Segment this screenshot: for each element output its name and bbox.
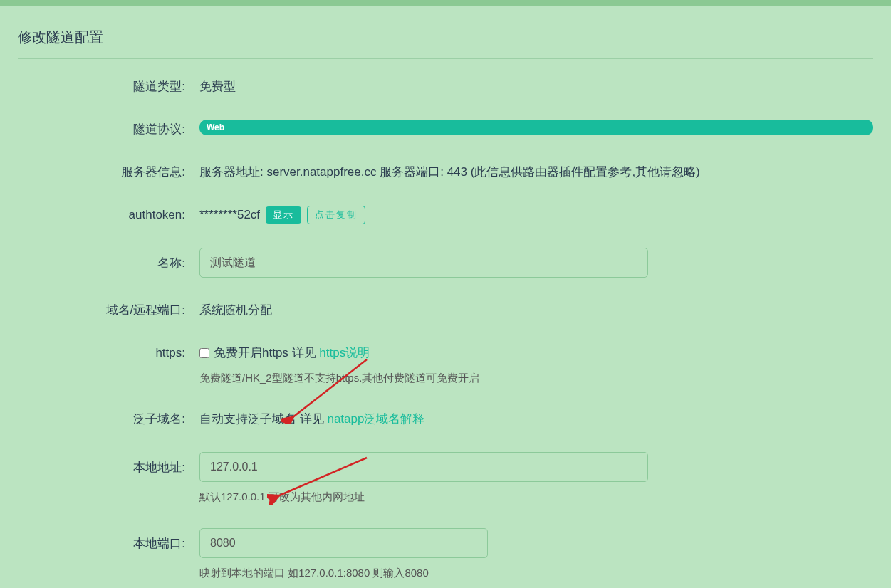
subdomain-text-row: 自动支持泛子域名 详见 natapp泛域名解释 xyxy=(199,409,873,429)
row-domain-port: 域名/远程端口: 系统随机分配 xyxy=(18,300,873,320)
row-server-info: 服务器信息: 服务器地址: server.natappfree.cc 服务器端口… xyxy=(18,162,873,182)
value-tunnel-type: 免费型 xyxy=(199,77,873,97)
value-server-info: 服务器地址: server.natappfree.cc 服务器端口: 443 (… xyxy=(199,162,873,182)
row-local-port: 本地端口: 映射到本地的端口 如127.0.0.1:8080 则输入8080 xyxy=(18,528,873,582)
main-container: 修改隧道配置 隧道类型: 免费型 隧道协议: Web 服务器信息: 服务器地址:… xyxy=(0,6,891,588)
label-authtoken: authtoken: xyxy=(129,208,185,221)
page-title: 修改隧道配置 xyxy=(18,28,873,59)
label-subdomain: 泛子域名: xyxy=(133,412,185,426)
row-local-addr: 本地地址: 默认127.0.0.1 可改为其他内网地址 xyxy=(18,452,873,505)
header-strip xyxy=(0,0,891,6)
protocol-badge: Web xyxy=(199,120,873,135)
row-name: 名称: xyxy=(18,248,873,278)
row-tunnel-type: 隧道类型: 免费型 xyxy=(18,77,873,97)
name-input[interactable] xyxy=(199,248,648,278)
row-https: https: 免费开启https 详见 https说明 免费隧道/HK_2型隧道… xyxy=(18,343,873,387)
https-text: 免费开启https 详见 xyxy=(214,346,319,359)
label-name: 名称: xyxy=(157,256,185,270)
label-server-info: 服务器信息: xyxy=(121,165,185,179)
local-port-help: 映射到本地的端口 如127.0.0.1:8080 则输入8080 xyxy=(199,565,873,582)
label-local-port: 本地端口: xyxy=(133,537,185,550)
label-domain-port: 域名/远程端口: xyxy=(106,303,185,317)
https-checkbox-label: 免费开启https 详见 https说明 xyxy=(214,343,370,363)
show-button[interactable]: 显示 xyxy=(266,206,301,224)
label-https: https: xyxy=(155,346,185,359)
local-addr-input[interactable] xyxy=(199,452,648,482)
local-port-input[interactable] xyxy=(199,528,488,558)
value-domain-port: 系统随机分配 xyxy=(199,300,873,320)
copy-button[interactable]: 点击复制 xyxy=(307,206,365,224)
https-link[interactable]: https说明 xyxy=(319,346,370,359)
https-help: 免费隧道/HK_2型隧道不支持https.其他付费隧道可免费开启 xyxy=(199,370,873,387)
label-local-addr: 本地地址: xyxy=(133,461,185,474)
label-tunnel-type: 隧道类型: xyxy=(133,80,185,93)
row-subdomain: 泛子域名: 自动支持泛子域名 详见 natapp泛域名解释 xyxy=(18,409,873,429)
row-authtoken: authtoken: ********52cf 显示 点击复制 xyxy=(18,205,873,225)
subdomain-text: 自动支持泛子域名 详见 xyxy=(199,412,327,426)
subdomain-link[interactable]: natapp泛域名解释 xyxy=(327,412,424,426)
row-tunnel-protocol: 隧道协议: Web xyxy=(18,120,873,140)
label-tunnel-protocol: 隧道协议: xyxy=(133,122,185,136)
local-addr-help: 默认127.0.0.1 可改为其他内网地址 xyxy=(199,489,873,505)
value-authtoken: ********52cf xyxy=(199,205,260,225)
https-checkbox[interactable] xyxy=(199,348,209,358)
